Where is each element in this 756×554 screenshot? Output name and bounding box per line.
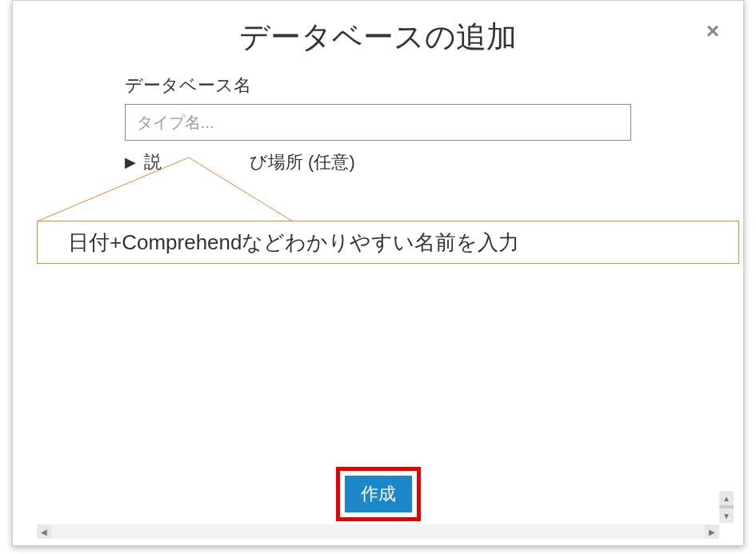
- close-icon[interactable]: ×: [706, 20, 719, 42]
- scroll-down-icon[interactable]: ▼: [719, 508, 734, 523]
- database-name-label: データベース名: [125, 74, 631, 98]
- modal-body: データベース名 ▶ 説 び場所 (任意): [13, 66, 743, 174]
- horizontal-scrollbar[interactable]: ◀ ▶: [37, 524, 719, 539]
- caret-right-icon: ▶: [125, 155, 136, 169]
- scroll-left-icon[interactable]: ◀: [37, 524, 51, 539]
- scroll-up-icon[interactable]: ▲: [719, 491, 734, 505]
- create-button-highlight: 作成: [336, 467, 421, 521]
- annotation-text: 日付+Comprehendなどわかりやすい名前を入力: [68, 229, 520, 257]
- database-name-input[interactable]: [125, 104, 631, 141]
- vertical-scrollbar[interactable]: ▲ ▼: [719, 491, 734, 523]
- create-button[interactable]: 作成: [345, 476, 412, 512]
- description-location-collapse[interactable]: ▶ 説 び場所 (任意): [125, 150, 631, 174]
- modal-dialog: データベースの追加 × データベース名 ▶ 説 び場所 (任意) 日付+Comp…: [12, 0, 744, 546]
- modal-footer: 作成: [13, 467, 743, 521]
- scroll-right-icon[interactable]: ▶: [705, 524, 719, 539]
- collapse-label-prefix: 説: [144, 150, 162, 174]
- modal-title: データベースの追加: [45, 17, 711, 58]
- modal-header: データベースの追加 ×: [13, 1, 743, 66]
- annotation-callout: 日付+Comprehendなどわかりやすい名前を入力: [37, 221, 739, 264]
- collapse-label-suffix: び場所 (任意): [250, 150, 355, 174]
